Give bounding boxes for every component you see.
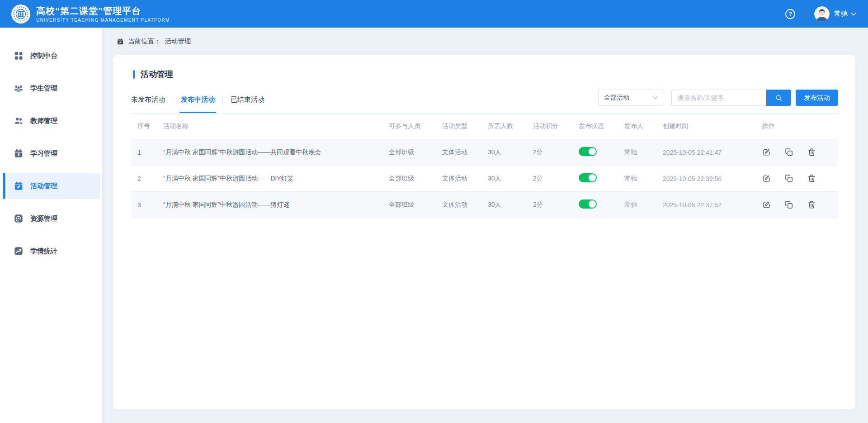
header-divider	[805, 8, 805, 20]
cell-publisher: 常驰	[624, 175, 663, 183]
column-header: 活动名称	[163, 122, 389, 130]
tab-ended[interactable]: 已结束活动	[231, 95, 264, 113]
sidebar-item-student-management[interactable]: 学生管理	[0, 75, 102, 101]
cell-activity-name: “月满中秋 家国同辉”中秋游园活动——共同观看中秋晚会	[163, 148, 389, 157]
cell-created-time: 2025-10-05 22:37:52	[663, 201, 762, 209]
column-header: 发布人	[624, 122, 663, 130]
cell-activity-name: “月满中秋 家国同辉”中秋游园活动——DIY灯笼	[163, 175, 389, 183]
brand: 高校“第二课堂”管理平台 UNIVERSITY TEACHING MANAGEM…	[11, 4, 170, 24]
column-header: 可参与人员	[389, 122, 442, 130]
cell-activity-type: 文体活动	[442, 175, 488, 183]
sidebar-item-control-center[interactable]: 控制中台	[0, 43, 102, 69]
publish-activity-button[interactable]: 发布活动	[796, 90, 838, 106]
app-header: 高校“第二课堂”管理平台 UNIVERSITY TEACHING MANAGEM…	[0, 0, 868, 28]
grid-icon	[14, 51, 24, 61]
cell-required-count: 30人	[488, 175, 533, 183]
publish-status-toggle[interactable]	[579, 200, 597, 209]
page-title: 活动管理	[133, 69, 838, 80]
trash-icon[interactable]	[807, 148, 816, 157]
publish-status-toggle[interactable]	[579, 147, 597, 156]
cell-created-time: 2025-10-05 22:41:47	[663, 149, 762, 156]
column-header: 序号	[137, 122, 163, 130]
calendar-8-icon: 8	[14, 148, 24, 158]
cell-index: 3	[137, 201, 163, 209]
search-input[interactable]	[671, 90, 766, 106]
cell-created-time: 2025-10-05 22:39:56	[663, 175, 762, 182]
title-accent-bar	[133, 70, 135, 79]
column-header: 活动类型	[442, 122, 488, 130]
table-row: 2 “月满中秋 家国同辉”中秋游园活动——DIY灯笼 全部班级 文体活动 30人…	[131, 166, 838, 192]
edit-icon[interactable]	[762, 174, 771, 183]
sidebar-item-label: 教师管理	[30, 117, 57, 125]
cell-actions	[762, 148, 838, 157]
sidebar-item-label: 学生管理	[30, 84, 57, 93]
table-row: 3 “月满中秋 家国同辉”中秋游园活动——猜灯谜 全部班级 文体活动 30人 2…	[131, 192, 838, 218]
cell-status	[579, 173, 624, 184]
sidebar-item-learning-management[interactable]: 8 学习管理	[0, 140, 102, 166]
column-header: 操作	[762, 122, 838, 130]
copy-icon[interactable]	[785, 200, 793, 209]
trash-icon[interactable]	[807, 174, 816, 183]
app-title: 高校“第二课堂”管理平台	[36, 5, 170, 16]
sidebar-item-label: 活动管理	[30, 182, 57, 190]
cell-participants: 全部班级	[389, 175, 442, 183]
cell-activity-name: “月满中秋 家国同辉”中秋游园活动——猜灯谜	[163, 201, 389, 209]
copy-icon[interactable]	[785, 174, 793, 183]
column-header: 所需人数	[488, 122, 533, 130]
tabs: 未发布活动 发布中活动 已结束活动	[131, 95, 264, 113]
cell-status	[579, 147, 624, 157]
cell-publisher: 常驰	[624, 148, 663, 157]
table-row: 1 “月满中秋 家国同辉”中秋游园活动——共同观看中秋晚会 全部班级 文体活动 …	[131, 139, 838, 166]
sidebar: 控制中台 学生管理 教师管理	[0, 28, 102, 423]
tab-separator	[222, 97, 223, 103]
cell-required-count: 30人	[488, 148, 533, 157]
sidebar-item-activity-management[interactable]: 活动管理	[7, 173, 100, 199]
cell-publisher: 常驰	[624, 201, 663, 209]
chevron-down-icon	[653, 96, 658, 100]
cell-actions	[762, 200, 838, 209]
cell-points: 2分	[533, 201, 579, 209]
column-header: 发布状态	[579, 122, 624, 130]
trend-chart-icon	[14, 246, 24, 256]
sidebar-item-resource-management[interactable]: 资源管理	[0, 205, 102, 232]
cell-actions	[762, 174, 838, 183]
edit-icon[interactable]	[762, 148, 771, 157]
user-name: 常驰	[834, 10, 848, 18]
help-icon[interactable]: ?	[785, 9, 796, 19]
students-group-icon	[14, 83, 24, 93]
svg-text:?: ?	[788, 11, 792, 17]
select-value: 全部活动	[604, 94, 629, 102]
publish-status-toggle[interactable]	[579, 173, 597, 182]
cell-activity-type: 文体活动	[442, 201, 488, 209]
sidebar-item-label: 控制中台	[30, 52, 57, 60]
activity-type-select[interactable]: 全部活动	[598, 90, 664, 106]
search-group	[671, 90, 791, 106]
tab-publishing[interactable]: 发布中活动	[181, 95, 215, 113]
breadcrumb-label: 当前位置：	[128, 37, 161, 46]
tab-unpublished[interactable]: 未发布活动	[131, 95, 165, 113]
copy-icon[interactable]	[785, 148, 793, 157]
avatar	[814, 6, 830, 22]
sidebar-item-teacher-management[interactable]: 教师管理	[0, 108, 102, 134]
edit-icon[interactable]	[762, 200, 771, 209]
toolbar: 未发布活动 发布中活动 已结束活动 全部活动	[131, 90, 838, 114]
brand-text: 高校“第二课堂”管理平台 UNIVERSITY TEACHING MANAGEM…	[36, 5, 170, 23]
page-title-text: 活动管理	[141, 69, 173, 80]
cell-index: 1	[137, 149, 163, 156]
tab-separator	[173, 97, 173, 103]
header-right: ? 常驰	[785, 6, 856, 22]
sidebar-item-learning-statistics[interactable]: 学情统计	[0, 238, 102, 264]
svg-text:8: 8	[18, 153, 20, 157]
sidebar-item-label: 学情统计	[30, 247, 57, 256]
trash-icon[interactable]	[807, 200, 816, 209]
user-menu[interactable]: 常驰	[814, 6, 856, 22]
breadcrumb: 当前位置： 活动管理	[102, 28, 868, 55]
cell-points: 2分	[533, 175, 579, 183]
cell-participants: 全部班级	[389, 201, 442, 209]
cell-participants: 全部班级	[389, 148, 442, 157]
content-card: 活动管理 未发布活动 发布中活动 已结束活动 全部活动	[113, 55, 855, 409]
search-button[interactable]	[766, 90, 791, 106]
cell-status	[579, 200, 624, 210]
breadcrumb-current: 活动管理	[165, 37, 191, 46]
table-controls: 全部活动 发布活动	[598, 90, 838, 113]
